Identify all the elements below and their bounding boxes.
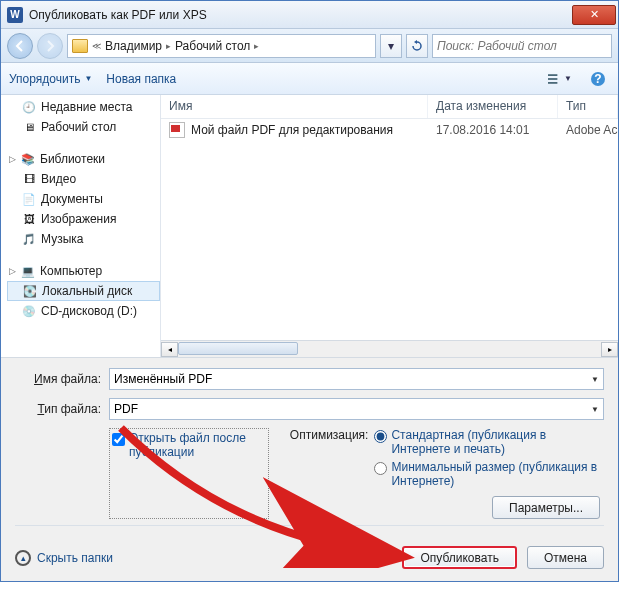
opt-standard-radio[interactable]: Стандартная (публикация в Интернете и пе… bbox=[374, 428, 604, 456]
tree-libraries[interactable]: ▷📚Библиотеки bbox=[7, 149, 160, 169]
tree-recent[interactable]: 🕘Недавние места bbox=[7, 97, 160, 117]
h-scrollbar[interactable]: ◂ ▸ bbox=[161, 340, 618, 357]
opt-minimal-radio[interactable]: Минимальный размер (публикация в Интерне… bbox=[374, 460, 604, 488]
search-field[interactable] bbox=[432, 34, 612, 58]
open-after-checkbox[interactable]: Открыть файл после публикации bbox=[109, 428, 269, 519]
help-button[interactable]: ? bbox=[586, 68, 610, 90]
refresh-button[interactable] bbox=[406, 34, 428, 58]
pictures-icon: 🖼 bbox=[21, 212, 37, 226]
tree-computer[interactable]: ▷💻Компьютер bbox=[7, 261, 160, 281]
optimization-group: Оптимизация: Стандартная (публикация в И… bbox=[289, 428, 604, 519]
svg-rect-0 bbox=[548, 74, 557, 76]
folder-icon bbox=[72, 39, 88, 53]
tree-pictures[interactable]: 🖼Изображения bbox=[7, 209, 160, 229]
chevron-down-icon: ▼ bbox=[564, 74, 572, 83]
tools-menu[interactable]: Сервис ▼ bbox=[339, 551, 392, 565]
file-items[interactable]: Мой файл PDF для редактирования 17.08.20… bbox=[161, 119, 618, 340]
tree-video[interactable]: 🎞Видео bbox=[7, 169, 160, 189]
desktop-icon: 🖥 bbox=[21, 120, 37, 134]
breadcrumb-dropdown[interactable]: ▾ bbox=[380, 34, 402, 58]
filename-label: Имя файла: bbox=[15, 372, 101, 386]
open-after-input[interactable] bbox=[112, 433, 125, 446]
svg-text:?: ? bbox=[594, 72, 601, 86]
music-icon: 🎵 bbox=[21, 232, 37, 246]
computer-icon: 💻 bbox=[20, 264, 36, 278]
col-type[interactable]: Тип bbox=[558, 95, 618, 118]
file-list: Имя Дата изменения Тип Мой файл PDF для … bbox=[161, 95, 618, 357]
scroll-track[interactable] bbox=[178, 342, 601, 357]
video-icon: 🎞 bbox=[21, 172, 37, 186]
breadcrumb-segment[interactable]: Рабочий стол bbox=[175, 39, 250, 53]
documents-icon: 📄 bbox=[21, 192, 37, 206]
collapse-icon: ▴ bbox=[15, 550, 31, 566]
filetype-label: Тип файла: bbox=[15, 402, 101, 416]
svg-rect-2 bbox=[548, 82, 557, 84]
chevron-down-icon[interactable]: ▼ bbox=[591, 405, 599, 414]
refresh-icon bbox=[411, 40, 423, 52]
nav-back-button[interactable] bbox=[7, 33, 33, 59]
toolbar: Упорядочить▼ Новая папка ▼ ? bbox=[1, 63, 618, 95]
nav-row: ≪ Владимир ▸ Рабочий стол ▸ ▾ bbox=[1, 29, 618, 63]
tree-cd[interactable]: 💿CD-дисковод (D:) bbox=[7, 301, 160, 321]
close-button[interactable]: ✕ bbox=[572, 5, 616, 25]
save-dialog: W Опубликовать как PDF или XPS ✕ ≪ Влади… bbox=[0, 0, 619, 582]
tree-documents[interactable]: 📄Документы bbox=[7, 189, 160, 209]
recent-icon: 🕘 bbox=[21, 100, 37, 114]
tree-music[interactable]: 🎵Музыка bbox=[7, 229, 160, 249]
chevron-down-icon: ▼ bbox=[385, 553, 393, 562]
drive-icon: 💽 bbox=[22, 284, 38, 298]
scroll-thumb[interactable] bbox=[178, 342, 298, 355]
filetype-select[interactable]: PDF ▼ bbox=[109, 398, 604, 420]
new-folder-button[interactable]: Новая папка bbox=[106, 72, 176, 86]
file-row[interactable]: Мой файл PDF для редактирования 17.08.20… bbox=[161, 119, 618, 141]
scroll-left[interactable]: ◂ bbox=[161, 342, 178, 357]
folder-tree[interactable]: 🕘Недавние места 🖥Рабочий стол ▷📚Библиоте… bbox=[1, 95, 161, 357]
pdf-icon bbox=[169, 122, 185, 138]
arrow-left-icon bbox=[14, 40, 26, 52]
tree-localdisk[interactable]: 💽Локальный диск bbox=[7, 281, 160, 301]
body: 🕘Недавние места 🖥Рабочий стол ▷📚Библиоте… bbox=[1, 95, 618, 357]
chevron-right-icon: ▸ bbox=[166, 41, 171, 51]
col-date[interactable]: Дата изменения bbox=[428, 95, 558, 118]
chevron-down-icon: ▼ bbox=[84, 74, 92, 83]
tree-desktop[interactable]: 🖥Рабочий стол bbox=[7, 117, 160, 137]
chevron-right-icon: ▸ bbox=[254, 41, 259, 51]
col-name[interactable]: Имя bbox=[161, 95, 428, 118]
nav-forward-button[interactable] bbox=[37, 33, 63, 59]
search-input[interactable] bbox=[437, 39, 607, 53]
breadcrumb-segment[interactable]: Владимир bbox=[105, 39, 162, 53]
params-button[interactable]: Параметры... bbox=[492, 496, 600, 519]
chevron-down-icon[interactable]: ▼ bbox=[591, 375, 599, 384]
library-icon: 📚 bbox=[20, 152, 36, 166]
view-icon bbox=[548, 72, 562, 86]
form-area: Имя файла: Изменённый PDF ▼ Тип файла: P… bbox=[1, 357, 618, 538]
organize-menu[interactable]: Упорядочить▼ bbox=[9, 72, 92, 86]
filename-input[interactable]: Изменённый PDF ▼ bbox=[109, 368, 604, 390]
help-icon: ? bbox=[590, 71, 606, 87]
window-title: Опубликовать как PDF или XPS bbox=[29, 8, 572, 22]
publish-button[interactable]: Опубликовать bbox=[402, 546, 516, 569]
cancel-button[interactable]: Отмена bbox=[527, 546, 604, 569]
arrow-right-icon bbox=[44, 40, 56, 52]
cd-icon: 💿 bbox=[21, 304, 37, 318]
hide-folders-link[interactable]: ▴ Скрыть папки bbox=[15, 550, 113, 566]
scroll-right[interactable]: ▸ bbox=[601, 342, 618, 357]
word-app-icon: W bbox=[7, 7, 23, 23]
chevron-icon: ≪ bbox=[92, 41, 101, 51]
breadcrumb[interactable]: ≪ Владимир ▸ Рабочий стол ▸ bbox=[67, 34, 376, 58]
titlebar: W Опубликовать как PDF или XPS ✕ bbox=[1, 1, 618, 29]
view-menu[interactable]: ▼ bbox=[548, 68, 572, 90]
optimization-label: Оптимизация: bbox=[289, 428, 368, 488]
column-headers: Имя Дата изменения Тип bbox=[161, 95, 618, 119]
footer: ▴ Скрыть папки Сервис ▼ Опубликовать Отм… bbox=[1, 538, 618, 581]
svg-rect-1 bbox=[548, 78, 557, 80]
